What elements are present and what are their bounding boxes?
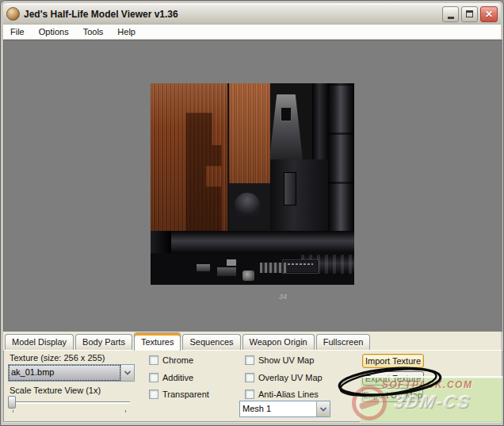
checkbox-label: Overlay UV Map	[258, 373, 323, 382]
tab-model-display[interactable]: Model Display	[5, 334, 74, 350]
export-texture-button[interactable]: Export Texture	[362, 371, 424, 386]
tab-strip: Model Display Body Parts Textures Sequen…	[3, 332, 501, 350]
slider-track	[10, 401, 130, 404]
checkbox-box[interactable]	[149, 373, 158, 382]
texture-art	[242, 271, 254, 281]
menu-bar: File Options Tools Help	[3, 25, 501, 40]
close-icon: ✕	[485, 10, 493, 19]
export-uv-map-button[interactable]: Export UV Map	[362, 388, 423, 402]
texture-art	[269, 94, 303, 159]
texture-size-label: Texture (size: 256 x 255)	[10, 353, 105, 363]
texture-select[interactable]: ak_01.bmp	[8, 364, 135, 382]
tab-body-parts[interactable]: Body Parts	[75, 334, 132, 350]
checkbox-label: Show UV Map	[258, 355, 314, 365]
window-title: Jed's Half-Life Model Viewer v1.36	[20, 9, 440, 20]
texture-select-dropdown-button[interactable]	[120, 365, 134, 381]
mesh-select[interactable]: Mesh 1	[239, 401, 330, 417]
menu-help[interactable]: Help	[110, 25, 143, 38]
model-viewport[interactable]: 34	[3, 40, 502, 332]
maximize-icon	[466, 10, 473, 17]
checkbox-chrome[interactable]: Chrome	[149, 355, 193, 365]
texture-art	[151, 231, 354, 253]
scale-texture-slider[interactable]	[8, 395, 132, 413]
checkbox-show-uv-map[interactable]: Show UV Map	[245, 355, 314, 365]
menu-tools[interactable]: Tools	[76, 25, 111, 38]
import-texture-button[interactable]: Import Texture	[362, 354, 424, 368]
texture-art	[235, 193, 260, 217]
watermark-faint-mark: 34	[279, 293, 287, 301]
app-icon	[6, 7, 20, 21]
checkbox-box[interactable]	[245, 390, 254, 399]
scale-texture-view-label: Scale Texture View (1x)	[10, 386, 101, 395]
slider-thumb[interactable]	[8, 396, 16, 409]
title-bar[interactable]: Jed's Half-Life Model Viewer v1.36 ✕	[3, 3, 501, 25]
texture-art	[151, 231, 171, 253]
texture-art	[260, 263, 287, 273]
texture-art	[229, 83, 270, 183]
checkbox-label: Chrome	[162, 355, 193, 365]
tab-weapon-origin[interactable]: Weapon Origin	[242, 334, 315, 350]
checkbox-box[interactable]	[149, 355, 158, 365]
chevron-down-icon	[319, 407, 327, 412]
texture-preview-image	[151, 83, 354, 285]
checkbox-box[interactable]	[245, 355, 254, 365]
tab-fullscreen[interactable]: Fullscreen	[316, 334, 371, 350]
minimize-button[interactable]	[442, 6, 459, 22]
checkbox-anti-alias-lines[interactable]: Anti-Alias Lines	[245, 390, 319, 399]
menu-file[interactable]: File	[3, 25, 32, 38]
checkbox-label: Transparent	[162, 390, 209, 399]
mesh-select-dropdown-button[interactable]	[316, 401, 330, 416]
texture-art	[227, 259, 236, 266]
checkbox-label: Anti-Alias Lines	[258, 390, 319, 399]
texture-art	[197, 264, 210, 271]
tab-textures[interactable]: Textures	[134, 332, 181, 351]
texture-art	[284, 172, 296, 205]
texture-select-value: ak_01.bmp	[9, 365, 120, 381]
menu-options[interactable]: Options	[32, 25, 76, 38]
slider-tick	[13, 410, 13, 413]
chevron-down-icon	[124, 370, 132, 375]
tab-sequences[interactable]: Sequences	[182, 334, 240, 350]
checkbox-label: Additive	[162, 373, 193, 382]
texture-art	[217, 267, 236, 276]
app-window: Jed's Half-Life Model Viewer v1.36 ✕ Fil…	[0, 0, 504, 426]
texture-art	[270, 159, 328, 231]
texture-art	[282, 259, 319, 274]
checkbox-box[interactable]	[245, 373, 254, 382]
textures-tab-page: Texture (size: 256 x 255) ak_01.bmp Scal…	[3, 350, 502, 422]
close-button[interactable]: ✕	[480, 6, 498, 22]
maximize-button[interactable]	[461, 6, 478, 22]
checkbox-additive[interactable]: Additive	[149, 373, 193, 382]
checkbox-box[interactable]	[149, 390, 158, 399]
texture-art	[281, 107, 292, 121]
mesh-select-value: Mesh 1	[240, 401, 316, 416]
slider-tick	[125, 410, 126, 413]
minimize-icon	[448, 17, 454, 19]
checkbox-overlay-uv-map[interactable]: Overlay UV Map	[245, 373, 323, 382]
checkbox-transparent[interactable]: Transparent	[149, 390, 209, 399]
